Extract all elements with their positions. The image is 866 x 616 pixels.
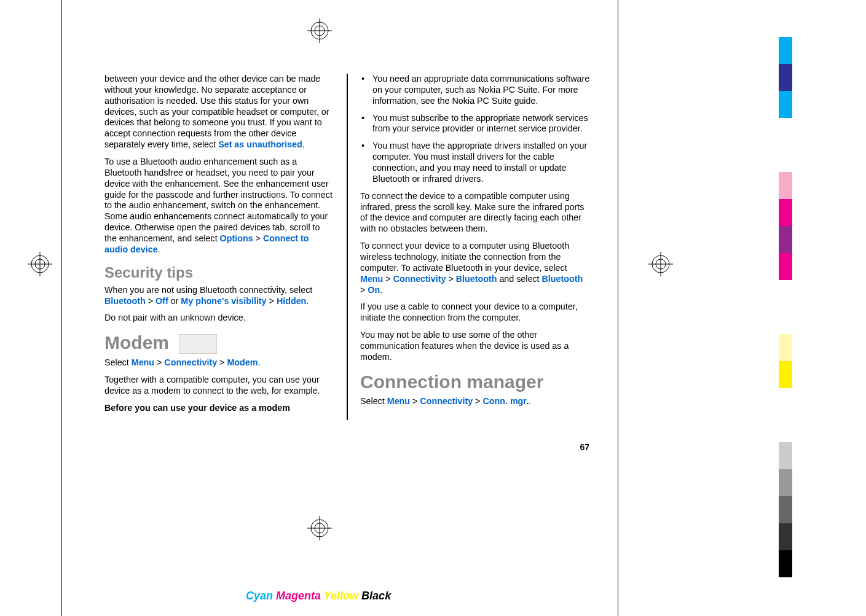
list-item: You need an appropriate data communicati… [360,74,590,107]
body-text: and select [497,274,541,284]
separator: > [154,357,164,367]
swatch-gap [779,415,792,442]
left-column: between your device and the other device… [104,74,334,420]
paragraph: Do not pair with an unknown device. [104,313,334,324]
swatch-gray3 [779,496,792,523]
color-swatch-strip [779,37,792,577]
registration-mark-right [648,252,673,278]
page-number: 67 [580,442,589,452]
swatch-gap [779,145,792,172]
crop-line-left [61,0,62,616]
body-text: . [306,296,309,306]
separator: > [383,274,393,284]
registration-mark-bottom [307,516,332,542]
body-text: . [380,285,382,295]
body-text: To use a Bluetooth audio enhancement suc… [104,157,333,243]
swatch-gap [779,280,792,307]
label-cyan: Cyan [246,590,273,602]
ui-label: Connectivity [420,396,473,406]
paragraph: Select Menu > Connectivity > Modem. [104,357,334,368]
registration-mark-left [28,252,52,278]
registration-mark-top [307,18,332,45]
separator: > [473,396,482,406]
swatch-magenta2 [779,253,792,280]
ui-label: Hidden [277,296,306,306]
ui-label: Options [220,233,253,243]
ui-label: Set as unauthorised [218,139,302,149]
column-divider [347,74,348,420]
paragraph: If you use a cable to connect your devic… [360,302,590,324]
heading-connection-manager: Connection manager [360,372,590,392]
body-text: . [529,396,531,406]
paragraph: To connect the device to a compatible co… [360,191,590,235]
heading-text: Modem [104,332,169,353]
swatch-gap [779,307,792,334]
ui-label: Bluetooth [542,274,583,284]
ui-label: Menu [132,357,154,367]
body-text: . [158,244,160,254]
separator: > [217,357,227,367]
swatch-gap [779,118,792,145]
swatch-cyan2 [779,91,792,118]
body-text: or [168,296,181,306]
swatch-magenta [779,199,792,226]
list-item: You must subscribe to the appropriate ne… [360,113,590,135]
body-text: . [302,139,305,149]
separator: > [360,285,368,295]
ui-label: Menu [360,274,383,284]
paragraph: Select Menu > Connectivity > Conn. mgr.. [360,396,590,407]
swatch-purple [779,226,792,253]
ui-label: Bluetooth [456,274,497,284]
separator: > [410,396,420,406]
document-page: between your device and the other device… [0,0,866,616]
right-column: You need an appropriate data communicati… [360,74,590,420]
separator: > [267,296,277,306]
body-text: . [258,357,260,367]
ui-label: Connectivity [393,274,446,284]
crop-line-right [618,0,618,616]
swatch-cyan [779,37,792,64]
separator: > [146,296,155,306]
bullet-list: You need an appropriate data communicati… [360,74,590,185]
label-black: Black [361,590,391,602]
swatch-black [779,550,792,577]
swatch-gap [779,388,792,415]
swatch-lightyellow [779,334,792,361]
ui-label: Modem [227,357,258,367]
separator: > [253,233,263,243]
swatch-gray2 [779,469,792,496]
list-item: You must have the appropriate drivers in… [360,141,590,184]
body-text: between your device and the other device… [104,74,329,149]
modem-icon [179,334,217,354]
paragraph: between your device and the other device… [104,74,334,150]
separator: > [446,274,455,284]
swatch-gray1 [779,442,792,469]
swatch-gray4 [779,523,792,550]
body-text: To connect your device to a computer usi… [360,241,569,273]
ui-label: Off [155,296,168,306]
swatch-pink [779,172,792,199]
heading-security-tips: Security tips [104,264,334,281]
paragraph: To connect your device to a computer usi… [360,241,590,295]
paragraph: Together with a compatible computer, you… [104,375,334,397]
paragraph: When you are not using Bluetooth connect… [104,285,334,307]
ui-label: Connectivity [164,357,217,367]
body-text: Select [360,396,387,406]
label-yellow: Yellow [324,590,358,602]
heading-modem: Modem [104,332,334,354]
color-labels: Cyan Magenta Yellow Black [246,590,391,602]
paragraph: You may not be able to use some of the o… [360,330,590,363]
ui-label: My phone's visibility [181,296,266,306]
paragraph: To use a Bluetooth audio enhancement suc… [104,157,334,255]
body-text: Select [104,357,132,367]
ui-label: Bluetooth [104,296,146,306]
ui-label: Conn. mgr. [482,396,529,406]
paragraph-bold: Before you can use your device as a mode… [104,403,334,414]
body-text: When you are not using Bluetooth connect… [104,285,312,295]
swatch-yellow [779,361,792,388]
content-area: between your device and the other device… [104,74,590,420]
swatch-blue [779,64,792,91]
ui-label: Menu [387,396,410,406]
ui-label: On [368,285,380,295]
label-magenta: Magenta [276,590,321,602]
